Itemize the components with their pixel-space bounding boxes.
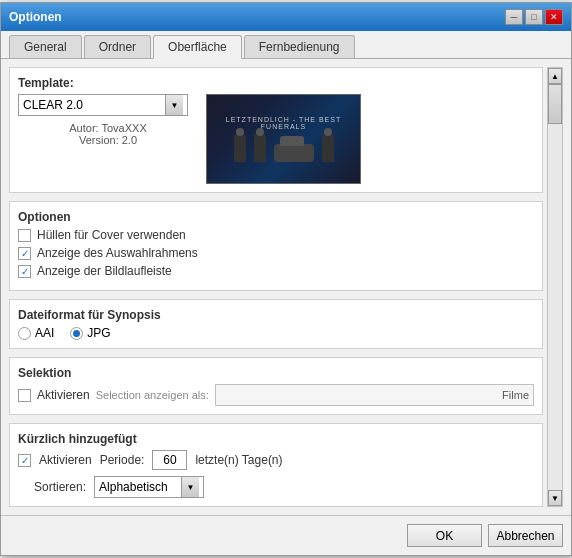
radio-jpg[interactable] [70,327,83,340]
kuerzlich-periode-input[interactable] [152,450,187,470]
kuerzlich-periode-label: Periode: [100,453,145,467]
tab-fernbedienung[interactable]: Fernbedienung [244,35,355,58]
dateiformat-section: Dateiformat für Synopsis AAI JPG [9,299,543,349]
preview-figures [234,134,334,162]
dateiformat-label: Dateiformat für Synopsis [18,308,534,322]
checkbox-kuerzlich[interactable] [18,454,31,467]
kuerzlich-row2: Sortieren: Alphabetisch ▼ [18,476,534,498]
window-controls: ─ □ ✕ [505,9,563,25]
figure-1 [234,134,246,162]
radio-aai[interactable] [18,327,31,340]
author-label: Autor: TovaXXX [18,122,198,134]
option-row-3: Anzeige der Bildlaufleiste [18,264,534,278]
kuerzlich-section: Kürzlich hinzugefügt Aktivieren Periode:… [9,423,543,507]
options-dialog: Optionen ─ □ ✕ General Ordner Oberfläche… [0,2,572,556]
kuerzlich-aktivieren-label: Aktivieren [39,453,92,467]
checkbox-auswahlrahmen[interactable] [18,247,31,260]
template-left: CLEAR 2.0 ▼ Autor: TovaXXX Version: 2.0 [18,94,198,146]
sort-dropdown-arrow-icon: ▼ [181,477,199,497]
kuerzlich-row1: Aktivieren Periode: letzte(n) Tage(n) [18,450,534,470]
selektion-row: Aktivieren Selection anzeigen als: [18,384,534,406]
option-row-2: Anzeige des Auswahlrahmens [18,246,534,260]
bottom-bar: OK Abbrechen [1,515,571,555]
tab-ordner[interactable]: Ordner [84,35,151,58]
optionen-section: Optionen Hüllen für Cover verwenden Anze… [9,201,543,291]
template-preview: LETZTENDLICH - THE BEST FUNERALS [206,94,361,184]
tab-bar: General Ordner Oberfläche Fernbedienung [1,31,571,59]
option-label-3: Anzeige der Bildlaufleiste [37,264,172,278]
tab-general[interactable]: General [9,35,82,58]
scrollbar-thumb[interactable] [548,84,562,124]
version-label: Version: 2.0 [18,134,198,146]
radio-jpg-label: JPG [87,326,110,340]
minimize-button[interactable]: ─ [505,9,523,25]
selektion-label: Selektion [18,366,534,380]
radio-jpg-item[interactable]: JPG [70,326,110,340]
car-shape [274,144,314,162]
optionen-label: Optionen [18,210,534,224]
checkbox-selektion[interactable] [18,389,31,402]
scrollbar-track[interactable] [548,84,562,490]
option-label-1: Hüllen für Cover verwenden [37,228,186,242]
option-label-2: Anzeige des Auswahlrahmens [37,246,198,260]
author-info: Autor: TovaXXX Version: 2.0 [18,122,198,146]
preview-content: LETZTENDLICH - THE BEST FUNERALS [207,95,360,183]
window-title: Optionen [9,10,62,24]
sortieren-label: Sortieren: [34,480,86,494]
preview-title: LETZTENDLICH - THE BEST FUNERALS [207,116,360,130]
scrollbar-up-button[interactable]: ▲ [548,68,562,84]
radio-row: AAI JPG [18,326,534,340]
option-row-1: Hüllen für Cover verwenden [18,228,534,242]
template-label: Template: [18,76,534,90]
template-section: Template: CLEAR 2.0 ▼ Autor: TovaXXX Ver… [9,67,543,193]
selektion-aktivieren-label: Aktivieren [37,388,90,402]
selektion-section: Selektion Aktivieren Selection anzeigen … [9,357,543,415]
dropdown-arrow-icon: ▼ [165,95,183,115]
ok-button[interactable]: OK [407,524,482,547]
maximize-button[interactable]: □ [525,9,543,25]
main-panel: Template: CLEAR 2.0 ▼ Autor: TovaXXX Ver… [9,67,543,507]
sortieren-dropdown[interactable]: Alphabetisch ▼ [94,476,204,498]
title-bar: Optionen ─ □ ✕ [1,3,571,31]
selektion-sub-label: Selection anzeigen als: [96,389,209,401]
content-area: Template: CLEAR 2.0 ▼ Autor: TovaXXX Ver… [1,59,571,515]
template-content: CLEAR 2.0 ▼ Autor: TovaXXX Version: 2.0 … [18,94,534,184]
close-button[interactable]: ✕ [545,9,563,25]
cancel-button[interactable]: Abbrechen [488,524,563,547]
checkbox-bildlaufleiste[interactable] [18,265,31,278]
checkbox-huellen[interactable] [18,229,31,242]
scrollbar[interactable]: ▲ ▼ [547,67,563,507]
template-dropdown[interactable]: CLEAR 2.0 ▼ [18,94,188,116]
kuerzlich-letzte-label: letzte(n) Tage(n) [195,453,282,467]
template-dropdown-value: CLEAR 2.0 [23,98,165,112]
sortieren-value: Alphabetisch [99,480,181,494]
tab-oberflaeche[interactable]: Oberfläche [153,35,242,59]
radio-aai-label: AAI [35,326,54,340]
radio-aai-item[interactable]: AAI [18,326,54,340]
figure-3 [322,134,334,162]
scrollbar-down-button[interactable]: ▼ [548,490,562,506]
selektion-value-input[interactable] [215,384,534,406]
kuerzlich-label: Kürzlich hinzugefügt [18,432,534,446]
figure-2 [254,134,266,162]
